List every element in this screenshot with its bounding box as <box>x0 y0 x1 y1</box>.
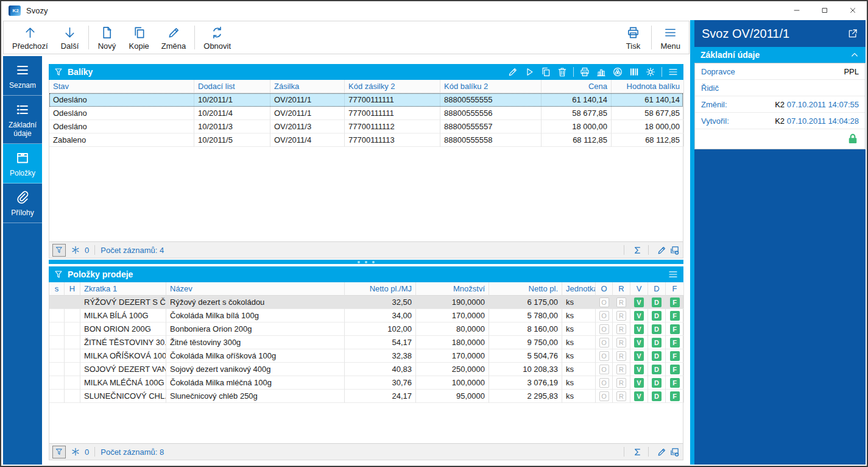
detail-section-title: Základní údaje <box>700 50 760 60</box>
table-cell <box>49 296 65 309</box>
toolbar-button-menu[interactable]: Menu <box>654 23 686 52</box>
table-row[interactable]: SOJOVÝ DEZERT VAN...Sojový dezert vaniko… <box>49 363 683 376</box>
table-cell: 30,76 <box>345 376 416 390</box>
trash-icon[interactable] <box>557 66 568 77</box>
polozky-table: sHZkratka 1NázevNetto pl./MJMnožstvíNett… <box>49 282 683 460</box>
table-cell: Žitné těstoviny 300g <box>166 336 345 349</box>
table-cell-flag-r: R <box>613 349 630 363</box>
snowflake-icon[interactable] <box>71 447 80 457</box>
badge-f: F <box>670 365 680 374</box>
column-header-cena[interactable]: Cena <box>542 80 612 93</box>
chevron-up-icon[interactable] <box>850 50 859 60</box>
table-row[interactable]: MILKA BÍLÁ 100GČokoláda Milka bílá 100g3… <box>49 309 683 323</box>
snowflake-icon[interactable] <box>71 245 80 255</box>
column-header-netto-pl-mj[interactable]: Netto pl./MJ <box>345 282 416 296</box>
column-header-f[interactable]: F <box>666 282 684 296</box>
table-row[interactable]: SLUNEČNICOVÝ CHL...Slunečnicový chléb 25… <box>49 390 683 403</box>
wheel-icon[interactable] <box>612 66 623 77</box>
close-button[interactable] <box>839 1 867 20</box>
toolbar-button-kopie[interactable]: Kopie <box>123 23 155 52</box>
toolbar-button-predchozi[interactable]: Předchozí <box>6 23 54 52</box>
hamburger-icon[interactable] <box>668 269 679 280</box>
sidebar-item-label: Položky <box>10 169 35 177</box>
table-cell: 5 780,00 <box>489 309 562 323</box>
new-window-icon[interactable] <box>669 447 680 457</box>
table-row[interactable]: BON ORION 200GBonboniera Orion 200g102,0… <box>49 323 683 336</box>
column-header-o[interactable]: O <box>596 282 613 296</box>
column-header-v[interactable]: V <box>630 282 648 296</box>
toolbar-separator <box>88 26 89 49</box>
detail-field-label: Řidič <box>701 84 719 93</box>
column-header-h[interactable]: H <box>65 282 80 296</box>
minimize-button[interactable] <box>783 1 811 20</box>
column-header-mnozstvi[interactable]: Množství <box>416 282 489 296</box>
toolbar-button-tisk[interactable]: Tisk <box>617 23 649 52</box>
close-icon <box>849 7 856 14</box>
gear-icon[interactable] <box>645 66 656 77</box>
toolbar-button-dalsi[interactable]: Další <box>54 23 86 52</box>
hamburger-icon[interactable] <box>668 66 679 77</box>
sidebar-item-seznam[interactable]: Seznam <box>3 56 42 96</box>
column-header-d[interactable]: D <box>648 282 666 296</box>
printer-icon[interactable] <box>579 66 590 77</box>
detail-panel-splitter[interactable] <box>690 20 694 465</box>
table-row[interactable]: Zabaleno10/2011/5OV/2011/477700111113888… <box>49 134 683 147</box>
column-header-nazev[interactable]: Název <box>166 282 345 296</box>
column-header-dodaci-list[interactable]: Dodací list <box>194 80 270 93</box>
panel-splitter[interactable] <box>49 260 683 264</box>
edit-icon[interactable] <box>657 245 667 255</box>
table-row[interactable]: Odesláno10/2011/3OV/2011/377700111112888… <box>49 120 683 134</box>
new-window-icon[interactable] <box>669 245 680 255</box>
table-row[interactable]: Odesláno10/2011/1OV/2011/177700111111888… <box>49 93 683 107</box>
table-row[interactable]: ŽITNÉ TĚSTOVINY 30...Žitné těstoviny 300… <box>49 336 683 349</box>
sidebar-item-polozky[interactable]: Položky <box>3 144 42 184</box>
toolbar-button-obnovit[interactable]: Obnovit <box>197 23 237 52</box>
filter-button[interactable] <box>52 446 66 458</box>
column-header-netto-pl[interactable]: Netto pl. <box>489 282 562 296</box>
column-header-kod-zasilky-2[interactable]: Kód zásilky 2 <box>345 80 440 93</box>
column-header-r[interactable]: R <box>613 282 630 296</box>
barcode-icon[interactable] <box>629 66 640 77</box>
detail-fields-card: DopravcePPLŘidičZměnil:K2 07.10.2011 14:… <box>694 63 866 149</box>
sidebar-item-prilohy[interactable]: Přílohy <box>3 184 42 223</box>
badge-r: R <box>616 298 626 307</box>
table-row[interactable]: RÝŽOVÝ DEZERT S Č...Rýžový dezert s čoko… <box>49 296 683 309</box>
column-header-hodnota-baliku[interactable]: Hodnota balíku <box>612 80 684 93</box>
sum-icon[interactable] <box>632 245 643 255</box>
open-in-window-icon[interactable] <box>847 28 858 39</box>
table-cell-flag-r: R <box>613 376 630 390</box>
sidebar-item-zakladni-udaje[interactable]: Základní údaje <box>3 96 42 144</box>
table-cell <box>49 349 65 363</box>
table-row[interactable]: MILKA OŘÍŠKOVÁ 100GČokoláda Milka oříško… <box>49 349 683 363</box>
snowflake-count: 0 <box>85 447 89 457</box>
badge-r: R <box>616 324 626 334</box>
copy-icon[interactable] <box>540 66 551 77</box>
edit-icon[interactable] <box>657 447 667 457</box>
badge-v: V <box>634 391 644 401</box>
filter-icon[interactable] <box>54 269 63 279</box>
column-header-zkratka-1[interactable]: Zkratka 1 <box>80 282 166 296</box>
column-header-jednotka[interactable]: Jednotka <box>562 282 596 296</box>
toolbar-button-novy[interactable]: Nový <box>91 23 123 52</box>
pencil-icon[interactable] <box>507 66 518 77</box>
table-row[interactable]: Odesláno10/2011/4OV/2011/177700111111888… <box>49 107 683 120</box>
table-cell-flag-v: V <box>630 323 648 336</box>
column-header-zasilka[interactable]: Zásilka <box>270 80 345 93</box>
detail-section-header[interactable]: Základní údaje <box>694 47 866 63</box>
toolbar-button-label: Kopie <box>129 41 149 51</box>
maximize-button[interactable] <box>811 1 839 20</box>
table-row[interactable]: MILKA MLÉČNÁ 100GČokoláda Milka mléčná 1… <box>49 376 683 390</box>
chart-icon[interactable] <box>596 66 607 77</box>
filter-icon[interactable] <box>54 67 63 77</box>
toolbar-button-zmena[interactable]: Změna <box>155 23 192 52</box>
badge-v: V <box>634 378 644 388</box>
table-cell: Čokoláda Milka oříšková 100g <box>166 349 345 363</box>
baliky-table-body: Odesláno10/2011/1OV/2011/177700111111888… <box>49 93 683 147</box>
filter-button[interactable] <box>52 244 66 257</box>
column-header-s[interactable]: s <box>49 282 65 296</box>
column-header-stav[interactable]: Stav <box>49 80 194 93</box>
column-header-kod-baliku-2[interactable]: Kód balíku 2 <box>440 80 542 93</box>
play-icon[interactable] <box>524 66 535 77</box>
sum-icon[interactable] <box>632 447 643 457</box>
copy-icon <box>132 26 146 40</box>
